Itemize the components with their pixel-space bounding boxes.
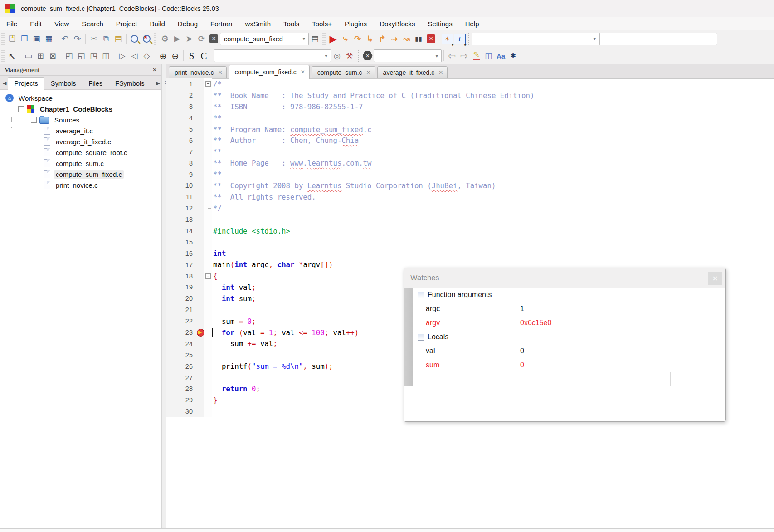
line-number[interactable]: 14: [166, 225, 196, 237]
line-number[interactable]: 15: [166, 236, 196, 248]
fold-margin[interactable]: [204, 270, 212, 282]
redo-button[interactable]: ↷: [71, 33, 83, 45]
build-button[interactable]: ⚙: [159, 33, 171, 45]
build-target-combo[interactable]: compute_sum_fixed▾: [220, 33, 309, 45]
match-case-button[interactable]: Aa: [495, 50, 507, 62]
line-number[interactable]: 12: [166, 203, 196, 214]
fold-margin[interactable]: [204, 146, 212, 157]
widget-grid-button[interactable]: ⊞: [34, 50, 47, 62]
editor-tab-compute-sum-c[interactable]: compute_sum.c✕: [312, 66, 375, 78]
copy-button[interactable]: ⧉: [100, 33, 112, 45]
regex-button[interactable]: ✱: [507, 50, 519, 62]
sidebar-tab-files[interactable]: Files: [82, 77, 109, 89]
editor-tab-compute-sum-fixed-c[interactable]: compute_sum_fixed.c✕: [229, 65, 309, 79]
line-number[interactable]: 23: [166, 327, 196, 338]
fold-margin[interactable]: [204, 327, 212, 338]
incsearch-prev-button[interactable]: ⇦: [446, 50, 458, 62]
menu-item-edit[interactable]: Edit: [24, 18, 48, 29]
line-number[interactable]: 22: [166, 316, 196, 327]
breakpoint-margin[interactable]: [196, 112, 204, 124]
sidebar-tab-symbols[interactable]: Symbols: [44, 77, 83, 89]
run-button[interactable]: ▶: [171, 33, 183, 45]
line-number[interactable]: 27: [166, 372, 196, 383]
code-line[interactable]: 15: [166, 236, 774, 248]
line-number[interactable]: 9: [166, 169, 196, 180]
sidebar-tab-fsymbols[interactable]: FSymbols: [109, 77, 151, 89]
code-line[interactable]: 6** Author : Chen, Chung-Chia: [166, 135, 774, 146]
tab-close-icon[interactable]: ✕: [301, 69, 305, 75]
fold-margin[interactable]: [204, 169, 212, 180]
tab-close-icon[interactable]: ✕: [366, 69, 371, 76]
fold-margin[interactable]: [204, 214, 212, 225]
fold-margin[interactable]: [204, 361, 212, 372]
tree-item-compute-square-root-c[interactable]: compute_square_root.c: [0, 147, 161, 158]
collapse-icon[interactable]: −: [418, 334, 424, 341]
line-number[interactable]: 2: [166, 90, 196, 101]
chevron-down-icon[interactable]: ▾: [593, 36, 596, 42]
fold-margin[interactable]: [204, 180, 212, 191]
breakpoint-margin[interactable]: [196, 395, 204, 406]
breakpoint-margin[interactable]: [196, 259, 204, 270]
abort-button[interactable]: ✕: [208, 33, 220, 45]
code-line[interactable]: 2** Book Name : The Study and Practice o…: [166, 90, 774, 101]
line-number[interactable]: 1: [166, 78, 196, 90]
breakpoint-margin[interactable]: [196, 214, 204, 225]
pointer-tool-button[interactable]: ↖: [6, 50, 18, 62]
symbol-browser-button[interactable]: ◎: [331, 50, 343, 62]
breakpoint-margin[interactable]: [196, 270, 204, 282]
code-line[interactable]: 9**: [166, 169, 774, 180]
layout-bottom-button[interactable]: ◱: [75, 50, 88, 62]
tree-item-workspace[interactable]: ⌂Workspace: [0, 93, 161, 103]
menu-item-tools[interactable]: Tools: [277, 18, 306, 29]
undo-button[interactable]: ↶: [59, 33, 71, 45]
open-file-button[interactable]: ❐: [18, 33, 30, 45]
line-number[interactable]: 8: [166, 157, 196, 169]
fold-margin[interactable]: [204, 293, 212, 304]
fold-margin[interactable]: [204, 282, 212, 293]
menu-item-tools[interactable]: Tools+: [306, 18, 338, 29]
code-line[interactable]: 4**: [166, 112, 774, 124]
line-number[interactable]: 6: [166, 135, 196, 146]
line-number[interactable]: 18: [166, 270, 196, 282]
tree-item-print-novice-c[interactable]: print_novice.c: [0, 180, 161, 190]
breakpoint-margin[interactable]: [196, 157, 204, 169]
fold-margin[interactable]: [204, 157, 212, 169]
shape-left-button[interactable]: ◁: [128, 50, 141, 62]
menu-item-help[interactable]: Help: [459, 18, 486, 29]
breakpoint-margin[interactable]: [196, 372, 204, 383]
collapse-icon[interactable]: −: [418, 292, 424, 298]
fold-margin[interactable]: [204, 124, 212, 135]
code-line[interactable]: 1/*: [166, 78, 774, 90]
menu-item-build[interactable]: Build: [144, 18, 171, 29]
toolbar-field[interactable]: [599, 33, 717, 45]
menu-item-plugins[interactable]: Plugins: [338, 18, 373, 29]
line-number[interactable]: 4: [166, 112, 196, 124]
incsearch-next-button[interactable]: ⇨: [458, 50, 470, 62]
line-number[interactable]: 30: [166, 406, 196, 417]
tree-expander-icon[interactable]: −: [31, 117, 37, 123]
code-line[interactable]: 3** ISBN : 978-986-82555-1-7: [166, 101, 774, 112]
fold-margin[interactable]: [204, 135, 212, 146]
breakpoint-margin[interactable]: [196, 169, 204, 180]
line-number[interactable]: 29: [166, 395, 196, 406]
fold-margin[interactable]: [204, 101, 212, 112]
breakpoint-margin[interactable]: [196, 191, 204, 203]
watch-row-val[interactable]: val0: [404, 344, 725, 358]
fold-margin[interactable]: [204, 112, 212, 124]
code-line[interactable]: 14#include <stdio.h>: [166, 225, 774, 237]
tree-item-average-it-c[interactable]: average_it.c: [0, 125, 161, 136]
breakpoint-margin[interactable]: [196, 383, 204, 395]
breakpoint-margin[interactable]: [196, 180, 204, 191]
zoom-in-button[interactable]: ⊕: [157, 50, 169, 62]
line-number[interactable]: 25: [166, 349, 196, 361]
find-button[interactable]: [128, 33, 141, 45]
shape-right-button[interactable]: ▷: [116, 50, 128, 62]
line-number[interactable]: 3: [166, 101, 196, 112]
build-and-run-button[interactable]: ➤: [183, 33, 195, 45]
breakpoint-margin[interactable]: [196, 78, 204, 90]
tabs-scroll-right-icon[interactable]: ▶: [154, 80, 161, 89]
breakpoint-margin[interactable]: [196, 304, 204, 316]
replace-button[interactable]: [141, 33, 153, 45]
breakpoint-margin[interactable]: [196, 338, 204, 349]
line-number[interactable]: 21: [166, 304, 196, 316]
